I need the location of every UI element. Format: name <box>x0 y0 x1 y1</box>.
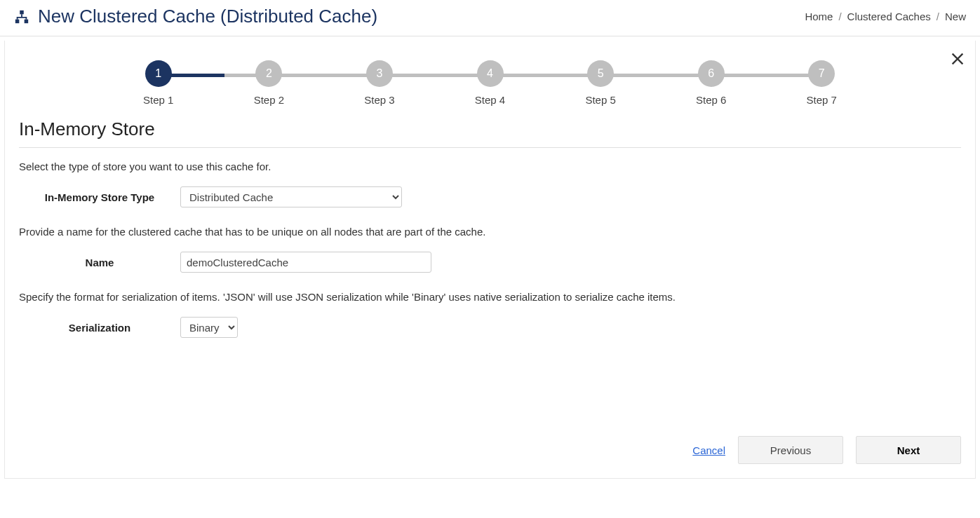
wizard-step[interactable]: 5Step 5 <box>545 60 656 106</box>
wizard-container: 1Step 12Step 23Step 34Step 45Step 56Step… <box>4 41 976 479</box>
cancel-button[interactable]: Cancel <box>692 444 725 456</box>
close-icon <box>950 51 965 67</box>
step-label: Step 7 <box>807 94 837 106</box>
step-label: Step 6 <box>696 94 726 106</box>
serialization-label: Serialization <box>19 322 180 334</box>
section-title: In-Memory Store <box>19 118 961 140</box>
name-input[interactable] <box>180 252 431 273</box>
breadcrumb-separator: / <box>838 11 841 22</box>
step-circle: 4 <box>477 60 504 87</box>
section-divider <box>19 147 961 148</box>
wizard-step[interactable]: 3Step 3 <box>324 60 435 106</box>
serialization-select[interactable]: Binary <box>180 317 238 338</box>
store-type-label: In-Memory Store Type <box>19 191 180 203</box>
step-label: Step 1 <box>143 94 173 106</box>
breadcrumb-home[interactable]: Home <box>805 11 833 22</box>
step-label: Step 3 <box>364 94 394 106</box>
step-circle: 5 <box>587 60 614 87</box>
step-circle: 6 <box>698 60 725 87</box>
svg-rect-2 <box>25 19 28 22</box>
wizard-step[interactable]: 7Step 7 <box>766 60 877 106</box>
store-type-helper: Select the type of store you want to use… <box>19 161 961 172</box>
breadcrumb-new: New <box>945 11 966 22</box>
breadcrumb: Home / Clustered Caches / New <box>805 11 966 22</box>
page-header: New Clustered Cache (Distributed Cache) … <box>0 0 980 36</box>
wizard-step[interactable]: 2Step 2 <box>214 60 325 106</box>
close-button[interactable] <box>950 50 965 70</box>
page-title: New Clustered Cache (Distributed Cache) <box>38 6 377 27</box>
step-label: Step 4 <box>475 94 505 106</box>
step-label: Step 2 <box>254 94 284 106</box>
step-label: Step 5 <box>585 94 615 106</box>
wizard-footer: Cancel Previous Next <box>19 436 961 464</box>
store-type-select[interactable]: Distributed Cache <box>180 186 402 207</box>
step-circle: 2 <box>255 60 282 87</box>
svg-rect-1 <box>15 19 20 22</box>
step-circle: 1 <box>145 60 172 87</box>
wizard-stepper: 1Step 12Step 23Step 34Step 45Step 56Step… <box>103 60 877 106</box>
wizard-step[interactable]: 1Step 1 <box>103 60 214 106</box>
next-button[interactable]: Next <box>856 436 961 464</box>
wizard-step[interactable]: 4Step 4 <box>435 60 546 106</box>
previous-button[interactable]: Previous <box>738 436 843 464</box>
step-circle: 7 <box>808 60 835 87</box>
name-label: Name <box>19 257 180 268</box>
breadcrumb-separator: / <box>937 11 939 22</box>
step-circle: 3 <box>366 60 393 87</box>
cluster-icon <box>14 9 29 25</box>
wizard-step[interactable]: 6Step 6 <box>656 60 767 106</box>
serialization-helper: Specify the format for serialization of … <box>19 291 961 303</box>
breadcrumb-clustered-caches[interactable]: Clustered Caches <box>847 11 931 22</box>
svg-rect-0 <box>20 10 24 14</box>
name-helper: Provide a name for the clustered cache t… <box>19 226 961 238</box>
